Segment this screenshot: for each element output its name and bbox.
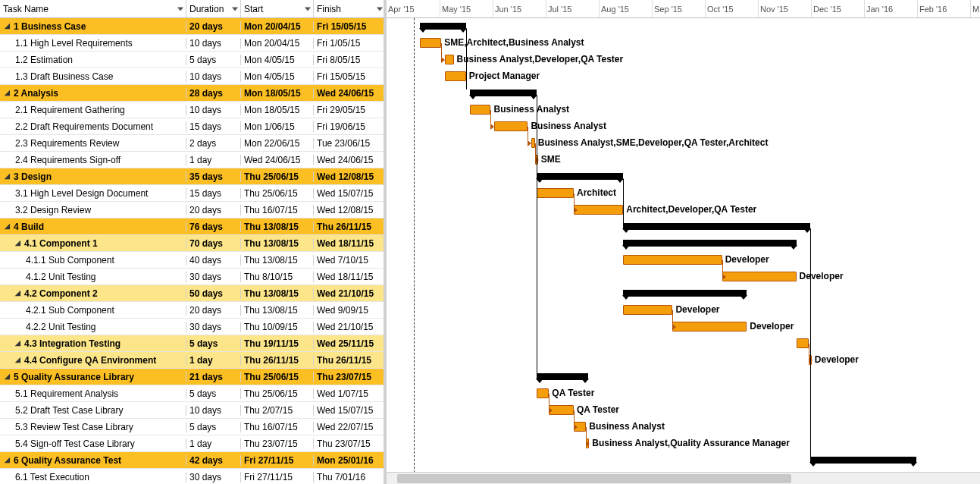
task-name-cell: 4.1.2 Unit Testing [26, 272, 96, 282]
col-header-finish-label: Finish [317, 4, 341, 14]
collapse-icon[interactable]: ◢ [5, 373, 11, 380]
bar-resource-label: Business Analyst,Developer,QA Tester [457, 54, 624, 64]
task-bar[interactable] [574, 205, 623, 215]
dropdown-icon[interactable] [305, 7, 311, 11]
task-row[interactable]: 2.1 Requirement Gathering10 daysMon 18/0… [0, 102, 384, 118]
dropdown-icon[interactable] [377, 7, 383, 11]
collapse-icon[interactable]: ◢ [5, 223, 11, 230]
timeline-month: Jun '15 [493, 0, 546, 17]
collapse-icon[interactable]: ◢ [5, 457, 11, 464]
duration-cell: 5 days [186, 422, 241, 432]
task-bar[interactable] [420, 38, 441, 48]
task-row[interactable]: ◢5 Quality Assurance Library21 daysThu 2… [0, 369, 384, 385]
task-row[interactable]: 4.1.2 Unit Testing30 daysThu 8/10/15Wed … [0, 269, 384, 285]
summary-bar[interactable] [470, 90, 537, 96]
collapse-icon[interactable]: ◢ [15, 340, 21, 347]
task-row[interactable]: 1.2 Estimation5 daysMon 4/05/15Fri 8/05/… [0, 52, 384, 68]
task-row[interactable]: 2.3 Requirements Review2 daysMon 22/06/1… [0, 135, 384, 152]
task-bar[interactable] [445, 71, 466, 81]
duration-cell: 10 days [186, 105, 241, 115]
collapse-icon[interactable]: ◢ [5, 173, 11, 180]
task-row[interactable]: ◢4 Build76 daysThu 13/08/15Thu 26/11/15 [0, 218, 384, 235]
bar-resource-label: Developer [750, 321, 794, 332]
summary-bar[interactable] [623, 240, 796, 247]
summary-bar[interactable] [623, 290, 747, 297]
task-bar[interactable] [722, 272, 797, 281]
collapse-icon[interactable]: ◢ [5, 90, 11, 96]
bar-resource-label: Developer [800, 271, 844, 281]
collapse-icon[interactable]: ◢ [15, 290, 21, 297]
task-name-cell: 2.3 Requirements Review [15, 138, 119, 149]
task-name-cell: 1.2 Estimation [15, 55, 73, 65]
task-bar[interactable] [470, 105, 491, 115]
gantt-body[interactable]: SME,Architect,Business AnalystBusiness A… [387, 18, 980, 484]
task-row[interactable]: 2.2 Draft Requirements Document15 daysMo… [0, 118, 384, 135]
gantt-horizontal-scrollbar[interactable] [387, 472, 980, 484]
bar-resource-label: Architect,Developer,QA Tester [626, 204, 756, 215]
task-row[interactable]: 4.2.2 Unit Testing30 daysThu 10/09/15Wed… [0, 319, 384, 335]
task-row[interactable]: ◢4.3 Integration Testing5 daysThu 19/11/… [0, 335, 384, 352]
task-name-cell: 3.1 High Level Design Document [15, 188, 148, 199]
task-name-cell: 2 Analysis [14, 88, 58, 99]
finish-cell: Wed 1/07/15 [314, 388, 384, 399]
summary-bar[interactable] [420, 23, 466, 30]
bar-resource-label: SME,Architect,Business Analyst [444, 37, 584, 48]
task-row[interactable]: 5.4 Sign-off Test Case Library1 dayThu 2… [0, 435, 384, 452]
summary-bar[interactable] [810, 457, 916, 464]
start-cell: Thu 25/06/15 [241, 171, 314, 182]
task-bar[interactable] [672, 322, 747, 332]
task-row[interactable]: 1.3 Draft Business Case10 daysMon 4/05/1… [0, 68, 384, 85]
task-row[interactable]: ◢1 Business Case20 daysMon 20/04/15Fri 1… [0, 18, 384, 35]
task-row[interactable]: ◢6 Quality Assurance Test42 daysFri 27/1… [0, 452, 384, 469]
task-bar[interactable] [623, 255, 722, 265]
task-bar[interactable] [531, 138, 535, 148]
col-header-start[interactable]: Start [241, 0, 314, 17]
task-bar[interactable] [494, 121, 528, 131]
task-row[interactable]: 3.2 Design Review20 daysThu 16/07/15Wed … [0, 202, 384, 218]
duration-cell: 1 day [186, 355, 241, 366]
task-row[interactable]: ◢2 Analysis28 daysMon 18/05/15Wed 24/06/… [0, 85, 384, 102]
collapse-icon[interactable]: ◢ [15, 240, 21, 247]
col-header-finish[interactable]: Finish [314, 0, 385, 17]
summary-bar[interactable] [537, 173, 623, 180]
task-row[interactable]: 4.1.1 Sub Component40 daysThu 13/08/15We… [0, 252, 384, 269]
task-row[interactable]: ◢4.2 Component 250 daysThu 13/08/15Wed 2… [0, 285, 384, 302]
col-header-duration[interactable]: Duration [186, 0, 241, 17]
task-row[interactable]: ◢4.4 Configure QA Environment1 dayThu 26… [0, 352, 384, 369]
duration-cell: 20 days [186, 305, 241, 316]
task-row[interactable]: 6.1 Test Execution30 daysFri 27/11/15Thu… [0, 469, 384, 484]
summary-bar[interactable] [537, 373, 588, 380]
duration-cell: 20 days [186, 21, 241, 32]
task-bar[interactable] [797, 338, 809, 348]
duration-cell: 5 days [186, 55, 241, 65]
task-row[interactable]: 4.2.1 Sub Component20 daysThu 13/08/15We… [0, 302, 384, 319]
task-row[interactable]: 3.1 High Level Design Document15 daysThu… [0, 185, 384, 202]
duration-cell: 42 days [186, 455, 241, 466]
task-row[interactable]: 2.4 Requirements Sign-off1 dayWed 24/06/… [0, 152, 384, 168]
task-row[interactable]: ◢4.1 Component 170 daysThu 13/08/15Wed 1… [0, 235, 384, 252]
task-row[interactable]: 1.1 High Level Requirements10 daysMon 20… [0, 35, 384, 52]
task-name-cell: 4.2.2 Unit Testing [26, 322, 96, 332]
task-bar[interactable] [537, 388, 549, 398]
gantt-row: Architect,Developer,QA Tester [387, 202, 980, 218]
gantt-chart[interactable]: Apr '15May '15Jun '15Jul '15Aug '15Sep '… [387, 0, 980, 484]
task-name-cell: 1.1 High Level Requirements [15, 38, 133, 49]
dropdown-icon[interactable] [232, 7, 238, 11]
collapse-icon[interactable]: ◢ [15, 357, 21, 363]
task-row[interactable]: 5.1 Requirement Analysis5 daysThu 25/06/… [0, 385, 384, 402]
collapse-icon[interactable]: ◢ [5, 23, 11, 30]
task-bar[interactable] [537, 188, 574, 198]
bar-resource-label: QA Tester [577, 404, 619, 415]
col-header-task[interactable]: Task Name [0, 0, 186, 17]
gantt-row: Developer [387, 352, 980, 369]
scroll-thumb[interactable] [397, 474, 791, 483]
task-bar[interactable] [623, 305, 672, 315]
task-bar[interactable] [445, 55, 454, 64]
task-name-cell: 2.4 Requirements Sign-off [15, 155, 121, 165]
task-row[interactable]: 5.3 Review Test Case Library5 daysThu 16… [0, 419, 384, 435]
task-row[interactable]: ◢3 Design35 daysThu 25/06/15Wed 12/08/15 [0, 168, 384, 185]
summary-bar[interactable] [623, 223, 810, 230]
start-cell: Wed 24/06/15 [241, 155, 314, 165]
task-row[interactable]: 5.2 Draft Test Case Library10 daysThu 2/… [0, 402, 384, 419]
dropdown-icon[interactable] [177, 7, 183, 11]
